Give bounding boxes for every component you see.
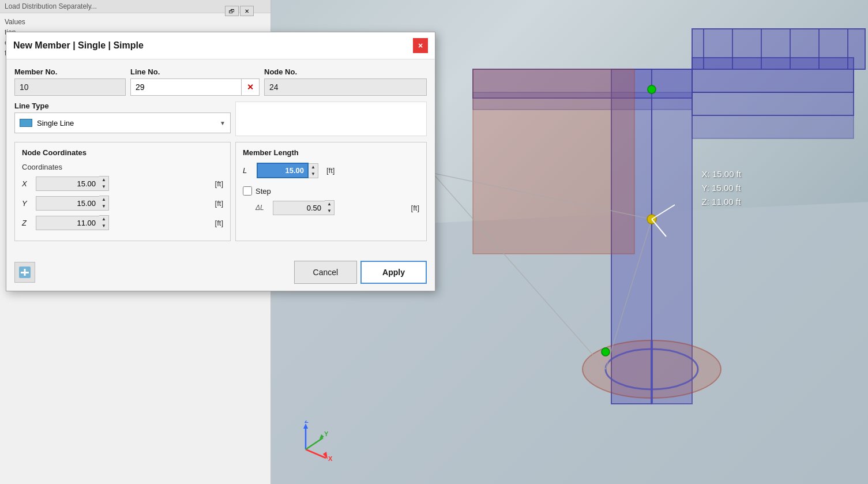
x-coord-input-wrap: ▲ ▼ [36, 176, 207, 191]
svg-text:Y: Y [324, 430, 329, 437]
help-icon[interactable] [14, 262, 35, 283]
length-up-button[interactable]: ▲ [309, 164, 318, 171]
member-no-input[interactable] [14, 78, 126, 96]
member-length-panel: Member Length L ▲ ▼ [ft] [235, 142, 427, 241]
length-l-input[interactable] [257, 163, 309, 178]
line-type-label: Line Type [14, 102, 231, 110]
length-spinner[interactable]: ▲ ▼ [309, 163, 318, 178]
delta-input-wrap: ▲ ▼ [273, 200, 403, 215]
line-no-input-row: ✕ [130, 78, 260, 96]
delta-spinner[interactable]: ▲ ▼ [325, 200, 335, 215]
coordinate-display: X: 15.00 ft Y: 15.00 ft Z: 11.00 ft [702, 167, 741, 209]
y-coord-label: Y [22, 199, 31, 208]
x-coord-spinner[interactable]: ▲ ▼ [99, 176, 109, 191]
z-coord-label: Z [22, 219, 31, 227]
dialog-body: Member No. Line No. ✕ Node No. Line Type [6, 59, 435, 257]
cancel-button[interactable]: Cancel [294, 261, 358, 284]
coord-z: Z: 11.00 ft [702, 195, 741, 209]
new-member-dialog: New Member | Single | Simple × Member No… [6, 32, 435, 291]
apply-button[interactable]: Apply [360, 261, 427, 284]
svg-marker-28 [303, 423, 308, 429]
y-coord-down-button[interactable]: ▼ [99, 203, 108, 210]
delta-up-button[interactable]: ▲ [325, 201, 334, 208]
top-fields-row: Member No. Line No. ✕ Node No. [14, 67, 427, 96]
x-coord-label: X [22, 179, 31, 188]
length-l-unit: [ft] [326, 166, 335, 175]
z-coord-input-wrap: ▲ ▼ [36, 215, 207, 230]
svg-text:Z: Z [305, 421, 309, 424]
dialog-footer: Cancel Apply [6, 257, 435, 291]
svg-point-22 [648, 85, 656, 93]
member-length-title: Member Length [243, 148, 419, 157]
x-coord-row: X ▲ ▼ [ft] [22, 176, 223, 191]
line-type-group: Line Type Single Line ▼ [14, 102, 231, 136]
window-close-button[interactable]: ✕ [240, 6, 254, 16]
z-coord-up-button[interactable]: ▲ [99, 216, 108, 223]
line-type-dropdown[interactable]: Single Line ▼ [14, 112, 231, 133]
line-no-input[interactable] [130, 78, 241, 96]
middle-row: Line Type Single Line ▼ [14, 102, 427, 136]
y-coord-input-wrap: ▲ ▼ [36, 196, 207, 211]
window-controls: 🗗 ✕ [225, 6, 254, 16]
y-coord-input[interactable] [36, 196, 99, 211]
x-coord-unit: [ft] [215, 179, 223, 188]
delta-unit: [ft] [411, 204, 419, 212]
step-checkbox[interactable] [243, 186, 252, 196]
z-coord-spinner[interactable]: ▲ ▼ [99, 215, 109, 230]
svg-line-33 [306, 438, 323, 449]
node-no-label: Node No. [264, 67, 427, 76]
z-coord-down-button[interactable]: ▼ [99, 223, 108, 230]
delta-l-input[interactable] [273, 201, 325, 215]
line-clear-button[interactable]: ✕ [241, 78, 260, 96]
empty-panel [235, 102, 427, 136]
node-no-input[interactable] [264, 78, 427, 96]
node-coordinates-title: Node Coordinates [22, 148, 223, 157]
line-no-group: Line No. ✕ [130, 67, 260, 96]
restore-button[interactable]: 🗗 [225, 6, 239, 16]
line-type-color-swatch [20, 119, 32, 127]
coord-y: Y: 15.00 ft [702, 181, 741, 195]
line-no-label: Line No. [130, 67, 260, 76]
svg-rect-8 [692, 29, 865, 69]
length-input-wrap: ▲ ▼ [257, 163, 318, 178]
delta-l-label: ΔL [255, 204, 268, 212]
coords-subtitle: Coordinates [22, 163, 223, 171]
node-no-group: Node No. [264, 67, 427, 96]
y-coord-spinner[interactable]: ▲ ▼ [99, 196, 109, 211]
sidebar-item-values[interactable]: Values [5, 18, 266, 26]
dialog-titlebar: New Member | Single | Simple × [6, 32, 435, 59]
y-coord-up-button[interactable]: ▲ [99, 196, 108, 203]
bottom-row: Node Coordinates Coordinates X ▲ ▼ [ft] [14, 142, 427, 241]
step-checkbox-wrap: Step [243, 186, 271, 196]
svg-rect-15 [473, 69, 634, 254]
step-row: Step [243, 186, 419, 196]
svg-rect-7 [692, 115, 854, 138]
footer-buttons: Cancel Apply [294, 261, 427, 284]
y-coord-row: Y ▲ ▼ [ft] [22, 196, 223, 211]
step-label: Step [255, 187, 271, 196]
x-coord-up-button[interactable]: ▲ [99, 177, 108, 183]
svg-rect-6 [692, 92, 854, 115]
member-no-group: Member No. [14, 67, 126, 96]
z-coord-input[interactable] [36, 216, 99, 230]
dialog-close-button[interactable]: × [413, 38, 428, 53]
dialog-title: New Member | Single | Simple [13, 40, 144, 51]
z-coord-row: Z ▲ ▼ [ft] [22, 215, 223, 230]
x-coord-input[interactable] [36, 177, 99, 191]
line-type-selected: Single Line [37, 119, 220, 127]
z-coord-unit: [ft] [215, 219, 223, 227]
svg-text:X: X [328, 455, 333, 461]
svg-point-24 [602, 348, 610, 356]
node-coordinates-panel: Node Coordinates Coordinates X ▲ ▼ [ft] [14, 142, 231, 241]
svg-rect-38 [24, 269, 26, 276]
coord-x: X: 15.00 ft [702, 167, 741, 181]
length-l-label: L [243, 166, 252, 175]
svg-line-30 [306, 449, 326, 458]
length-down-button[interactable]: ▼ [309, 171, 318, 178]
footer-left [14, 262, 35, 283]
axis-indicator: Z X Y [294, 421, 329, 455]
x-coord-down-button[interactable]: ▼ [99, 183, 108, 190]
delta-down-button[interactable]: ▼ [325, 208, 334, 215]
chevron-down-icon: ▼ [220, 120, 226, 126]
length-l-row: L ▲ ▼ [ft] [243, 163, 419, 178]
